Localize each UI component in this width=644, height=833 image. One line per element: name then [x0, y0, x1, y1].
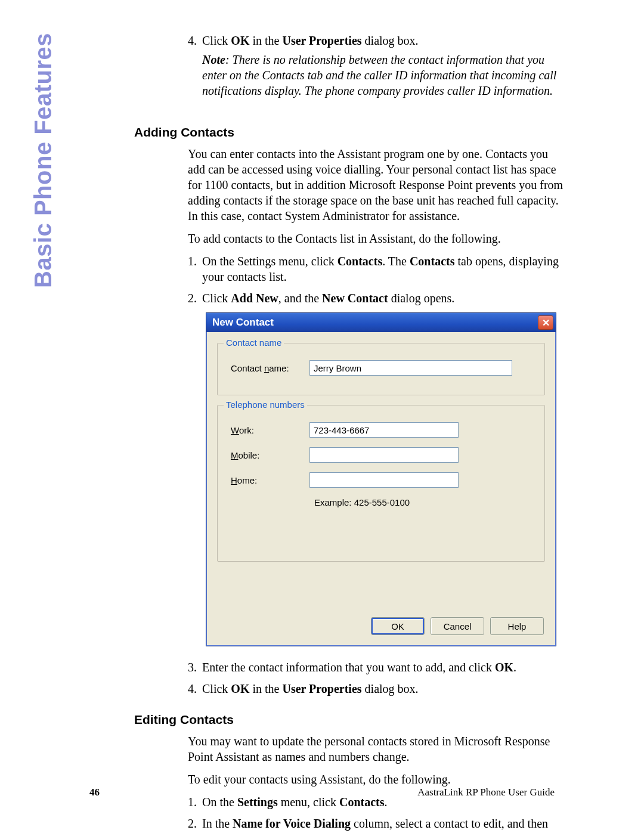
- mobile-input[interactable]: [309, 447, 459, 463]
- label-contact-name: Contact name:: [226, 363, 309, 373]
- groupbox-contact-name: Contact name Contact name:: [217, 343, 545, 395]
- list-item: 2. Click Add New, and the New Contact di…: [188, 290, 565, 306]
- dialog-body: Contact name Contact name: Telephone num…: [206, 332, 556, 577]
- list-item: 4. Click OK in the User Properties dialo…: [188, 33, 565, 98]
- note-text: : There is no relationship between the c…: [202, 53, 556, 97]
- adding-contacts-body: You can enter contacts into the Assistan…: [188, 146, 565, 312]
- label-home: Home:: [226, 475, 309, 485]
- paragraph: You may want to update the personal cont…: [188, 733, 565, 764]
- label-mobile: Mobile:: [226, 450, 309, 460]
- paragraph: You can enter contacts into the Assistan…: [188, 146, 565, 224]
- close-icon[interactable]: ✕: [538, 315, 553, 330]
- page-footer: 46 AastraLink RP Phone User Guide: [89, 786, 555, 798]
- document-page: Basic Phone Features 4. Click OK in the …: [0, 0, 644, 833]
- list-text: In the Name for Voice Dialing column, se…: [202, 816, 565, 833]
- label-work: Work:: [226, 425, 309, 435]
- note-paragraph: Note: There is no relationship between t…: [202, 52, 565, 98]
- groupbox-telephone-numbers: Telephone numbers Work: Mobile: Home: Ex…: [217, 405, 545, 562]
- contact-name-input[interactable]: [309, 360, 512, 376]
- list-number: 4.: [188, 33, 202, 98]
- note-label: Note: [202, 53, 225, 66]
- list-number: 2.: [188, 816, 202, 833]
- list-text: Click OK in the User Properties dialog b…: [202, 33, 565, 98]
- side-section-title: Basic Phone Features: [30, 33, 54, 283]
- list-text: On the Settings menu, click Contacts. Th…: [202, 253, 565, 284]
- list-number: 1.: [188, 253, 202, 284]
- list-text: Click Add New, and the New Contact dialo…: [202, 290, 565, 306]
- example-text: Example: 425-555-0100: [314, 497, 536, 507]
- list-item: 4. Click OK in the User Properties dialo…: [188, 681, 565, 696]
- groupbox-legend: Telephone numbers: [224, 400, 307, 410]
- adding-contacts-steps-after: 3. Enter the contact information that yo…: [188, 659, 565, 702]
- field-row-home: Home:: [226, 472, 536, 488]
- list-item: 2. In the Name for Voice Dialing column,…: [188, 816, 565, 833]
- dialog-titlebar: New Contact ✕: [206, 313, 556, 332]
- ok-button[interactable]: OK: [371, 617, 425, 635]
- dialog-title: New Contact: [212, 317, 274, 329]
- footer-doc-title: AastraLink RP Phone User Guide: [417, 786, 555, 798]
- cancel-button[interactable]: Cancel: [431, 617, 484, 635]
- help-button[interactable]: Help: [490, 617, 544, 635]
- body-text-block-top: 4. Click OK in the User Properties dialo…: [188, 33, 565, 104]
- list-text: Enter the contact information that you w…: [202, 659, 565, 675]
- field-row-contact-name: Contact name:: [226, 360, 536, 376]
- work-input[interactable]: [309, 422, 459, 438]
- list-number: 3.: [188, 659, 202, 675]
- dialog-button-row: OK Cancel Help: [371, 617, 544, 635]
- list-number: 4.: [188, 681, 202, 696]
- paragraph: To add contacts to the Contacts list in …: [188, 231, 565, 246]
- paragraph: To edit your contacts using Assistant, d…: [188, 772, 565, 787]
- new-contact-dialog: New Contact ✕ Contact name Contact name:…: [206, 312, 556, 646]
- heading-adding-contacts: Adding Contacts: [134, 125, 565, 140]
- field-row-work: Work:: [226, 422, 536, 438]
- editing-contacts-body: You may want to update the personal cont…: [188, 733, 565, 833]
- heading-editing-contacts: Editing Contacts: [134, 713, 565, 727]
- side-section-title-text: Basic Phone Features: [30, 33, 57, 288]
- page-number: 46: [89, 786, 100, 798]
- list-text: Click OK in the User Properties dialog b…: [202, 681, 565, 696]
- list-number: 2.: [188, 290, 202, 306]
- field-row-mobile: Mobile:: [226, 447, 536, 463]
- home-input[interactable]: [309, 472, 459, 488]
- groupbox-legend: Contact name: [224, 337, 284, 348]
- list-item: 1. On the Settings menu, click Contacts.…: [188, 253, 565, 284]
- list-item: 3. Enter the contact information that yo…: [188, 659, 565, 675]
